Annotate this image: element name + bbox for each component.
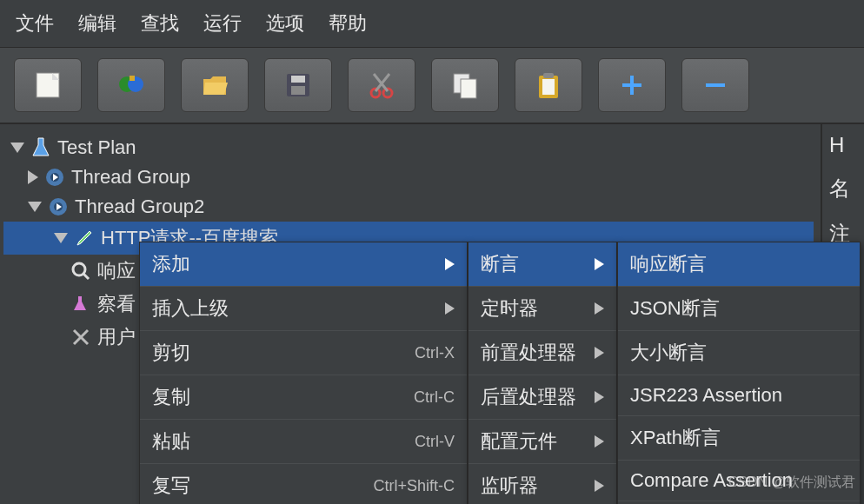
watermark: CSDN @软件测试君	[728, 474, 855, 492]
menu-search[interactable]: 查找	[141, 10, 179, 36]
context-menu-add: 断言 定时器 前置处理器 后置处理器 配置元件 监听器	[468, 242, 617, 504]
ctx-label: JSR223 Assertion	[630, 384, 782, 407]
ctx-shortcut: Ctrl-X	[415, 344, 455, 362]
ctx-label: 定时器	[481, 295, 538, 322]
expand-icon[interactable]	[10, 143, 24, 153]
ctx-copy[interactable]: 复制 Ctrl-C	[140, 375, 467, 420]
ctx-duplicate[interactable]: 复写 Ctrl+Shift-C	[140, 464, 467, 504]
ctx-label: 响应断言	[630, 251, 707, 277]
ctx-label: 大小断言	[630, 340, 707, 366]
copy-button[interactable]	[431, 58, 499, 112]
context-menu-assertions: 响应断言 JSON断言 大小断言 JSR223 Assertion XPath断…	[617, 242, 861, 504]
expand-icon[interactable]	[54, 233, 68, 243]
tree-thread-group-1[interactable]: Thread Group	[3, 162, 814, 192]
menu-help[interactable]: 帮助	[329, 10, 367, 36]
magnifier-icon	[70, 260, 92, 282]
ctx-xpath-assertion[interactable]: XPath断言	[618, 416, 860, 461]
ctx-timer[interactable]: 定时器	[469, 287, 616, 331]
ctx-label: 复写	[152, 473, 190, 499]
ctx-listener[interactable]: 监听器	[469, 464, 616, 504]
tree-thread-group-2[interactable]: Thread Group2	[3, 192, 814, 222]
ctx-label: 前置处理器	[481, 340, 576, 366]
submenu-arrow-icon	[445, 258, 455, 270]
ctx-assertions[interactable]: 断言	[469, 242, 616, 287]
right-heading: H	[829, 133, 857, 157]
ctx-label: JSON断言	[630, 295, 720, 322]
ctx-jsr223-assertion[interactable]: JSR223 Assertion	[618, 375, 860, 416]
tree-label: Thread Group2	[75, 196, 204, 218]
menu-edit[interactable]: 编辑	[78, 10, 116, 36]
ctx-label: 监听器	[481, 473, 538, 499]
ctx-label: 粘贴	[152, 428, 190, 454]
ctx-postprocessor[interactable]: 后置处理器	[469, 375, 616, 420]
ctx-json-assertion[interactable]: JSON断言	[618, 287, 860, 331]
svg-point-26	[73, 263, 85, 275]
ctx-label: 复制	[152, 384, 190, 410]
ctx-label: 插入上级	[152, 295, 229, 322]
submenu-arrow-icon	[445, 302, 455, 315]
svg-rect-13	[461, 79, 476, 98]
add-button[interactable]	[598, 58, 666, 112]
tree-label: Test Plan	[57, 136, 136, 159]
tree-label: Thread Group	[71, 166, 190, 189]
svg-rect-16	[543, 73, 554, 78]
submenu-arrow-icon	[595, 302, 604, 315]
ctx-shortcut: Ctrl+Shift-C	[373, 477, 455, 495]
menu-run[interactable]: 运行	[203, 10, 242, 36]
ctx-label: XPath断言	[630, 425, 721, 451]
tree-label: 响应	[97, 258, 136, 284]
remove-button[interactable]	[681, 58, 749, 112]
svg-rect-4	[130, 76, 135, 81]
gear-play-icon	[43, 166, 66, 189]
save-button[interactable]	[264, 58, 332, 112]
ctx-label: 断言	[481, 251, 519, 277]
svg-line-27	[83, 274, 89, 279]
svg-rect-6	[291, 76, 305, 83]
ctx-response-assertion[interactable]: 响应断言	[618, 242, 860, 287]
ctx-paste[interactable]: 粘贴 Ctrl-V	[140, 420, 467, 464]
paste-button[interactable]	[515, 58, 582, 112]
svg-rect-15	[542, 79, 555, 95]
svg-rect-7	[291, 86, 305, 95]
expand-icon[interactable]	[28, 170, 38, 184]
submenu-arrow-icon	[595, 258, 604, 270]
menubar: 文件 编辑 查找 运行 选项 帮助	[0, 0, 864, 48]
ctx-shortcut: Ctrl-V	[415, 433, 455, 451]
context-menu-main: 添加 插入上级 剪切 Ctrl-X 复制 Ctrl-C 粘贴 Ctrl-V 复写…	[139, 242, 468, 504]
ctx-insert-parent[interactable]: 插入上级	[140, 287, 467, 331]
ctx-size-assertion[interactable]: 大小断言	[618, 331, 860, 375]
ctx-cut[interactable]: 剪切 Ctrl-X	[140, 331, 467, 375]
ctx-shortcut: Ctrl-C	[414, 388, 455, 407]
submenu-arrow-icon	[595, 347, 604, 359]
expand-icon[interactable]	[28, 202, 42, 212]
right-label-name: 名	[829, 175, 857, 202]
submenu-arrow-icon	[595, 480, 604, 492]
ctx-config[interactable]: 配置元件	[469, 420, 616, 464]
ctx-label: 后置处理器	[481, 384, 576, 410]
tree-root[interactable]: Test Plan	[3, 133, 814, 162]
tree-label: 察看	[97, 291, 136, 317]
cut-button[interactable]	[348, 58, 415, 112]
flask-small-icon	[70, 293, 92, 315]
gear-play-icon	[47, 196, 70, 218]
ctx-label: 添加	[152, 251, 190, 277]
menu-file[interactable]: 文件	[16, 10, 54, 36]
tree-label: 用户	[97, 324, 136, 350]
new-button[interactable]	[14, 58, 82, 112]
ctx-add[interactable]: 添加	[140, 242, 467, 287]
ctx-preprocessor[interactable]: 前置处理器	[469, 331, 616, 375]
ctx-label: 配置元件	[481, 428, 557, 454]
submenu-arrow-icon	[595, 391, 604, 403]
menu-options[interactable]: 选项	[266, 10, 304, 36]
flask-icon	[30, 136, 52, 159]
pipette-icon	[73, 227, 96, 249]
templates-button[interactable]	[97, 58, 165, 112]
open-button[interactable]	[181, 58, 249, 112]
toolbar	[0, 48, 864, 124]
submenu-arrow-icon	[595, 435, 604, 448]
tools-icon	[70, 326, 92, 348]
ctx-label: 剪切	[152, 340, 190, 366]
